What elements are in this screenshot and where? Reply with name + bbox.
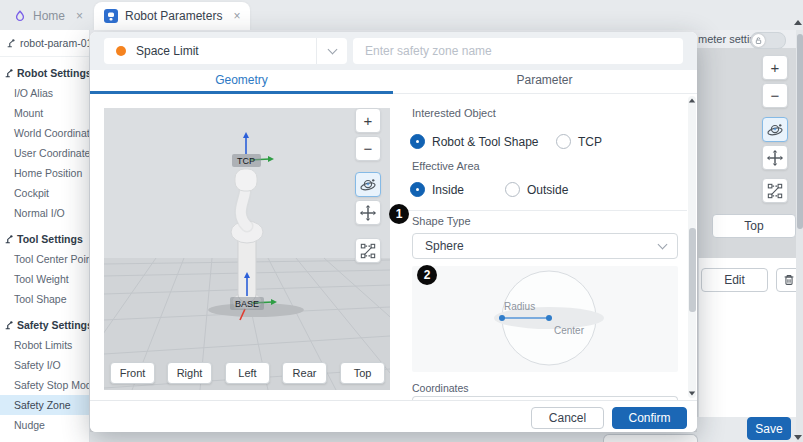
section-title: Safety Settings xyxy=(17,319,90,331)
shape-type-label: Shape Type xyxy=(412,215,471,227)
tab-home[interactable]: Home × xyxy=(4,3,93,29)
shape-type-value: Sphere xyxy=(425,239,647,253)
minus-icon: − xyxy=(364,140,373,157)
shape-type-chevron-box xyxy=(647,234,677,258)
modal-scrollbar-thumb[interactable] xyxy=(689,228,696,312)
modal-header: Space Limit xyxy=(90,32,697,70)
radius-handle xyxy=(499,315,505,321)
top-view-label: Top xyxy=(744,219,763,233)
confirm-button[interactable]: Confirm xyxy=(612,407,687,429)
sidebar-item-safety-zone[interactable]: Safety Zone xyxy=(0,395,89,415)
radio-tcp-label: TCP xyxy=(578,135,602,149)
robot-arm-icon xyxy=(4,234,14,244)
save-button[interactable]: Save xyxy=(747,417,791,440)
sidebar-section-robot-settings: Robot Settings xyxy=(0,63,89,83)
base-label: BASE xyxy=(235,299,259,309)
sidebar-item-robot-limits[interactable]: Robot Limits xyxy=(0,335,89,355)
settings-lock-toggle[interactable] xyxy=(750,32,786,49)
plus-icon: + xyxy=(771,59,780,76)
tab-parameter[interactable]: Parameter xyxy=(393,73,696,87)
robot-arm-icon xyxy=(4,68,14,78)
bg-pan-button[interactable] xyxy=(762,145,788,170)
sidebar-item-cockpit[interactable]: Cockpit xyxy=(0,183,89,203)
sidebar-item-mount[interactable]: Mount xyxy=(0,103,89,123)
viewer-pan-button[interactable] xyxy=(355,200,381,225)
sidebar-item-safety-stop-modes[interactable]: Safety Stop Modes xyxy=(0,375,89,395)
tab-robot-parameters-label: Robot Parameters xyxy=(125,9,222,23)
sidebar-item-tool-weight[interactable]: Tool Weight xyxy=(0,269,89,289)
browser-tab-bar: Home × Robot Parameters × xyxy=(0,0,803,30)
lock-icon xyxy=(755,37,762,44)
robot-scene: TCP BASE xyxy=(104,108,390,390)
scroll-up-icon[interactable] xyxy=(689,99,695,103)
sidebar-item-tool-center-point[interactable]: Tool Center Point xyxy=(0,249,89,269)
safety-zone-modal: Space Limit Geometry Parameter xyxy=(90,32,697,432)
center-point xyxy=(546,315,552,321)
radius-label: Radius xyxy=(504,301,535,312)
sidebar-item-safety-io[interactable]: Safety I/O xyxy=(0,355,89,375)
tab-robot-parameters-close-icon[interactable]: × xyxy=(233,9,240,23)
cancel-button[interactable]: Cancel xyxy=(531,407,604,429)
tab-robot-parameters[interactable]: Robot Parameters × xyxy=(94,2,250,30)
interested-object-label: Interested Object xyxy=(412,107,496,119)
sidebar-item-user-coordinates[interactable]: User Coordinates xyxy=(0,143,89,163)
bg-zoom-out-button[interactable]: − xyxy=(762,83,788,108)
robot-3d-viewer[interactable]: TCP BASE + − xyxy=(104,108,390,390)
radio-inside-label: Inside xyxy=(432,183,464,197)
sidebar-item-nudge[interactable]: Nudge xyxy=(0,415,89,435)
tab-geometry[interactable]: Geometry xyxy=(90,73,393,87)
viewer-orbit-button[interactable] xyxy=(355,172,381,197)
sidebar-item-normal-io[interactable]: Normal I/O xyxy=(0,203,89,223)
effective-area-label: Effective Area xyxy=(412,160,480,172)
sphere-diagram: Radius Center xyxy=(412,266,678,372)
page-scrollbar-thumb[interactable] xyxy=(797,34,803,229)
zone-name-input[interactable] xyxy=(353,38,683,64)
zone-type-status-dot xyxy=(116,46,126,56)
trash-icon xyxy=(782,273,796,287)
radio-inside[interactable] xyxy=(410,182,425,197)
viewer-measure-button[interactable] xyxy=(355,238,381,263)
edit-button[interactable]: Edit xyxy=(701,268,768,292)
bg-orbit-button[interactable] xyxy=(762,117,788,142)
view-right-button[interactable]: Right xyxy=(167,362,212,384)
page-scrollbar[interactable] xyxy=(796,30,803,442)
zone-type-select[interactable]: Space Limit xyxy=(104,38,347,64)
view-top-button[interactable]: Top xyxy=(340,362,385,384)
modal-scrollbar[interactable] xyxy=(688,96,696,398)
orbit-icon xyxy=(766,121,784,139)
shape-type-select[interactable]: Sphere xyxy=(412,233,678,259)
tab-home-close-icon[interactable]: × xyxy=(76,9,83,23)
zone-type-value: Space Limit xyxy=(136,44,316,58)
app-logo-icon xyxy=(14,10,26,22)
viewer-zoom-in-button[interactable]: + xyxy=(355,108,381,133)
radio-tcp[interactable] xyxy=(556,134,571,149)
scroll-down-icon[interactable] xyxy=(689,392,695,396)
sidebar-item-io-alias[interactable]: I/O Alias xyxy=(0,83,89,103)
view-left-button[interactable]: Left xyxy=(225,362,270,384)
viewer-zoom-out-button[interactable]: − xyxy=(355,136,381,161)
scroll-up-icon[interactable] xyxy=(794,20,802,25)
bg-measure-button[interactable] xyxy=(762,178,788,203)
project-name: robot-param-01 xyxy=(20,37,90,49)
pan-icon xyxy=(766,149,784,167)
view-rear-button[interactable]: Rear xyxy=(282,362,327,384)
sidebar-section-tool-settings: Tool Settings xyxy=(0,229,89,249)
sidebar-item-world-coordinates[interactable]: World Coordinates xyxy=(0,123,89,143)
measure-nodes-icon xyxy=(360,243,376,259)
scroll-down-icon[interactable] xyxy=(794,435,802,440)
radio-outside-label: Outside xyxy=(527,183,568,197)
measure-nodes-icon xyxy=(767,183,783,199)
radio-robot-tool-shape[interactable] xyxy=(410,134,425,149)
view-front-button[interactable]: Front xyxy=(110,362,155,384)
panel-divider xyxy=(405,210,687,211)
chevron-down-icon xyxy=(327,45,337,55)
sidebar-item-home-position[interactable]: Home Position xyxy=(0,163,89,183)
radio-outside[interactable] xyxy=(505,182,520,197)
coordinates-label: Coordinates xyxy=(412,382,469,394)
bg-top-view-button[interactable]: Top xyxy=(712,214,796,238)
robot-tab-icon xyxy=(104,9,118,23)
sidebar-item-tool-shape[interactable]: Tool Shape xyxy=(0,289,89,309)
zone-type-chevron-box xyxy=(316,38,347,64)
bg-zoom-in-button[interactable]: + xyxy=(762,55,788,80)
toggle-knob xyxy=(752,34,765,47)
